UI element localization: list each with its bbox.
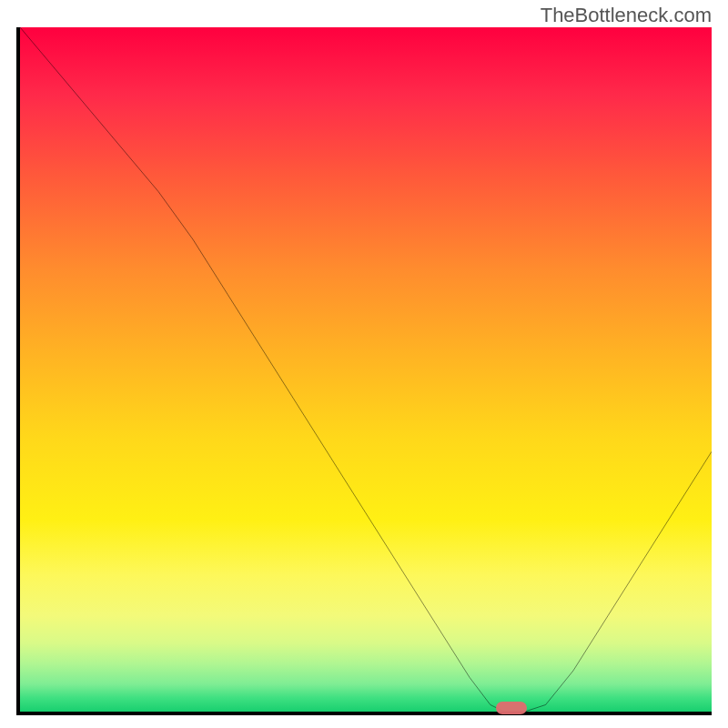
chart-area — [16, 27, 712, 715]
watermark-text: TheBottleneck.com — [541, 4, 712, 27]
bottleneck-curve — [20, 27, 712, 712]
optimal-point-marker — [496, 702, 527, 714]
